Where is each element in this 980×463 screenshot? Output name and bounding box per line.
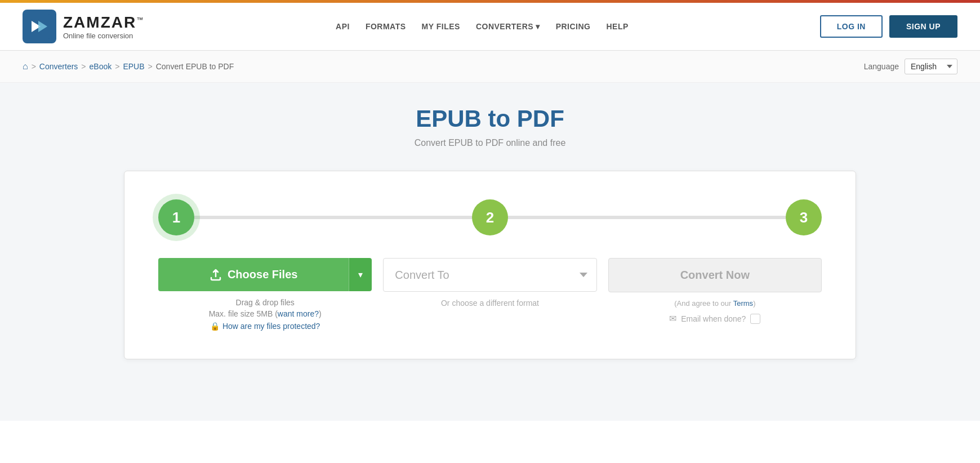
breadcrumb: ⌂ > Converters > eBook > EPUB > Convert … — [23, 61, 234, 72]
auth-area: LOG IN SIGN UP — [820, 15, 957, 38]
step-line-1 — [193, 216, 473, 219]
step-2-circle: 2 — [472, 199, 508, 235]
upload-icon — [210, 269, 222, 281]
language-area: Language English Español Français Deutsc… — [864, 59, 957, 74]
choose-files-dropdown[interactable]: ▾ — [349, 258, 372, 291]
terms-link[interactable]: Terms — [733, 299, 753, 308]
page-subtitle: Convert EPUB to PDF online and free — [23, 138, 957, 148]
converters-dropdown-icon: ▾ — [536, 22, 540, 31]
breadcrumb-home[interactable]: ⌂ — [23, 61, 28, 72]
email-checkbox[interactable] — [750, 314, 760, 324]
language-label: Language — [864, 62, 899, 71]
page-title: EPUB to PDF — [23, 105, 957, 132]
step-3-circle: 3 — [786, 199, 822, 235]
breadcrumb-ebook[interactable]: eBook — [90, 62, 112, 71]
lock-icon: 🔒 — [210, 322, 220, 331]
terms-text: (And agree to our Terms) — [674, 299, 755, 308]
nav-api[interactable]: API — [336, 22, 350, 31]
step-line-2 — [507, 216, 787, 219]
actions-row: Choose Files ▾ Drag & drop files Max. fi… — [158, 258, 822, 331]
steps-row: 1 2 3 — [158, 199, 822, 235]
step1-area: Choose Files ▾ Drag & drop files Max. fi… — [158, 258, 372, 331]
protection-link[interactable]: 🔒 How are my files protected? — [210, 322, 320, 331]
convert-now-button[interactable]: Convert Now — [608, 258, 822, 292]
main-content: EPUB to PDF Convert EPUB to PDF online a… — [0, 83, 980, 421]
step2-area: Convert To PDF DOC TXT Or choose a diffe… — [383, 258, 596, 308]
email-label: Email when done? — [681, 314, 746, 323]
converter-card: 1 2 3 Choose Fil — [124, 171, 856, 359]
breadcrumb-epub[interactable]: EPUB — [123, 62, 144, 71]
logo-icon — [23, 10, 56, 43]
max-size-hint: Max. file size 5MB (want more?) — [209, 309, 322, 318]
nav-pricing[interactable]: PRICING — [556, 22, 591, 31]
header: ZAMZAR™ Online file conversion API FORMA… — [0, 3, 980, 51]
breadcrumb-converters[interactable]: Converters — [39, 62, 78, 71]
convert-to-hint: Or choose a different format — [441, 299, 539, 308]
nav-my-files[interactable]: MY FILES — [422, 22, 460, 31]
nav-help[interactable]: HELP — [606, 22, 628, 31]
email-row: ✉ Email when done? — [669, 313, 760, 324]
want-more-link[interactable]: want more? — [278, 309, 319, 318]
breadcrumb-bar: ⌂ > Converters > eBook > EPUB > Convert … — [0, 51, 980, 83]
email-icon: ✉ — [669, 313, 676, 324]
login-button[interactable]: LOG IN — [820, 15, 883, 38]
protection-hint: 🔒 How are my files protected? — [210, 322, 320, 331]
language-select[interactable]: English Español Français Deutsch — [905, 59, 957, 74]
main-nav: API FORMATS MY FILES CONVERTERS ▾ PRICIN… — [336, 22, 629, 31]
choose-files-button[interactable]: Choose Files — [158, 258, 349, 291]
breadcrumb-current: Convert EPUB to PDF — [156, 62, 234, 71]
dropdown-arrow-icon: ▾ — [358, 269, 363, 280]
logo-name: ZAMZAR™ — [63, 14, 144, 32]
signup-button[interactable]: SIGN UP — [889, 15, 957, 38]
drag-drop-hint: Drag & drop files — [236, 298, 295, 307]
convert-to-select[interactable]: Convert To PDF DOC TXT — [383, 258, 596, 292]
step-1-circle: 1 — [158, 199, 194, 235]
step3-area: Convert Now (And agree to our Terms) ✉ E… — [608, 258, 822, 324]
logo-subtitle: Online file conversion — [63, 32, 144, 40]
choose-files-group: Choose Files ▾ — [158, 258, 372, 291]
nav-converters[interactable]: CONVERTERS ▾ — [476, 22, 540, 31]
nav-formats[interactable]: FORMATS — [366, 22, 406, 31]
logo-area: ZAMZAR™ Online file conversion — [23, 10, 144, 43]
logo-text: ZAMZAR™ Online file conversion — [63, 14, 144, 40]
